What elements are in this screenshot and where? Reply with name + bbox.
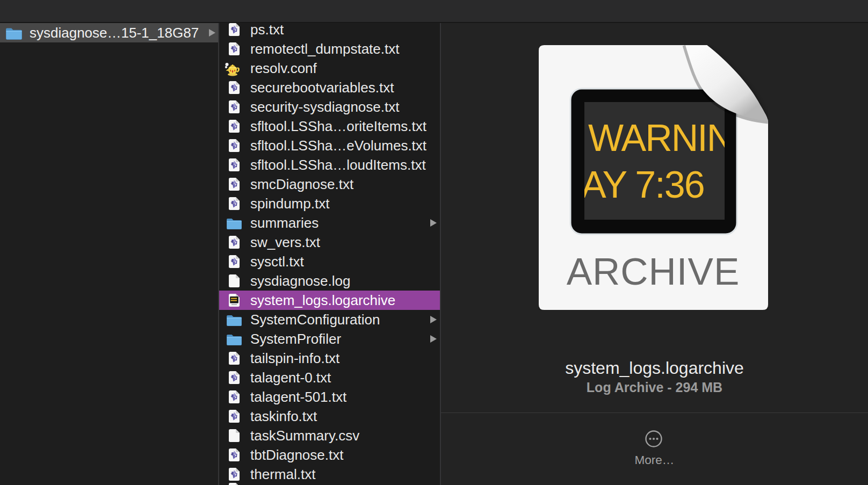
svg-text:ARCHIVE: ARCHIVE: [567, 250, 740, 293]
svg-text:AY 7:36: AY 7:36: [581, 164, 704, 206]
svg-text:WARNIN: WARNIN: [588, 117, 733, 159]
